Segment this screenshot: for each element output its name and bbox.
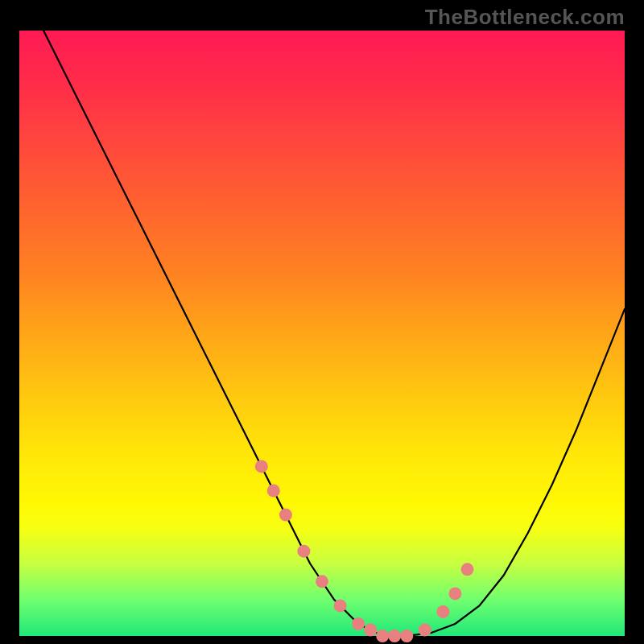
marker-dot: [297, 545, 310, 558]
marker-dot: [267, 485, 280, 497]
watermark-text: TheBottleneck.com: [425, 5, 625, 30]
marker-dot: [388, 630, 401, 642]
marker-dot: [461, 563, 474, 576]
marker-dot: [448, 587, 461, 600]
marker-dot: [255, 460, 268, 473]
chart-frame: TheBottleneck.com: [0, 0, 644, 644]
marker-dot: [334, 599, 347, 612]
marker-dot: [436, 605, 449, 618]
curve-layer: [19, 31, 625, 636]
marker-dot: [279, 509, 292, 522]
marker-dot: [316, 575, 328, 588]
marker-dot: [419, 624, 431, 637]
marker-dot: [400, 630, 413, 642]
marker-dot: [376, 630, 389, 642]
marker-dot: [364, 624, 377, 637]
highlight-markers: [255, 460, 474, 642]
bottleneck-curve: [43, 31, 625, 636]
marker-dot: [352, 617, 365, 630]
